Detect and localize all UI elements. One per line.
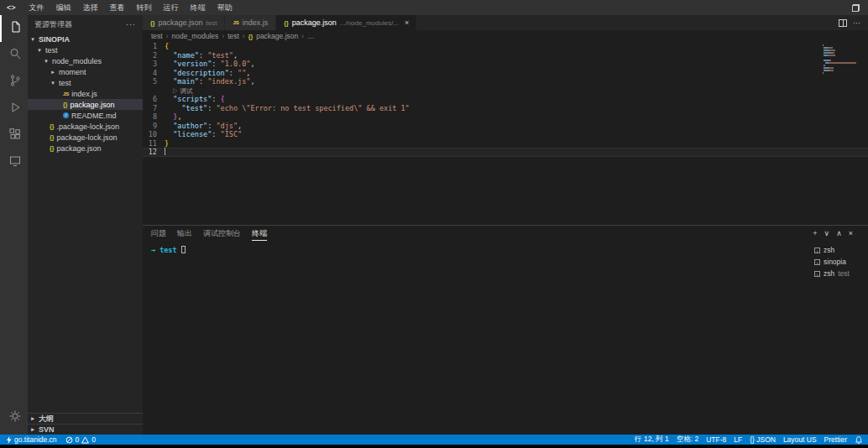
restore-window-icon[interactable]: [852, 4, 860, 12]
problems-status[interactable]: 0 0: [65, 435, 96, 444]
line-number: 9: [143, 122, 165, 131]
menu-item[interactable]: 查看: [105, 0, 130, 15]
code-text: "author": "djs",: [165, 122, 242, 131]
activity-run-debug[interactable]: [0, 96, 28, 122]
breadcrumb-separator-icon: ›: [166, 32, 169, 40]
tree-item[interactable]: iREADME.md: [28, 110, 143, 121]
chevron-down-icon[interactable]: ∨: [824, 229, 830, 237]
editor-more-actions-icon[interactable]: ···: [853, 18, 860, 27]
menu-item[interactable]: 运行: [159, 0, 184, 15]
menu-bar: 文件编辑选择查看转到运行终端帮助: [24, 0, 238, 15]
maximize-panel-icon[interactable]: ∧: [836, 229, 842, 237]
extensions-icon: [8, 128, 22, 144]
status-item[interactable]: Layout US: [783, 435, 817, 444]
close-panel-icon[interactable]: ×: [849, 229, 853, 237]
split-editor-icon[interactable]: [839, 19, 847, 27]
sidebar-section[interactable]: ▸SVN: [28, 424, 143, 435]
status-item[interactable]: 空格: 2: [677, 435, 698, 445]
code-lines: 1{2 "name": "test",3 "version": "1.0.0",…: [143, 42, 868, 157]
code-text: [165, 148, 165, 157]
terminal-cursor: [181, 246, 186, 253]
line-number: 11: [143, 139, 165, 148]
editor-tab[interactable]: {}package.json.../node_modules/...×: [276, 15, 417, 30]
activity-source-control[interactable]: [0, 69, 28, 96]
panel-tab[interactable]: 输出: [177, 227, 192, 241]
chevron-right-icon: ▸: [29, 415, 36, 422]
status-item[interactable]: UTF-8: [706, 435, 726, 444]
tree-item[interactable]: ▾SINOPIA: [28, 34, 143, 44]
menu-item[interactable]: 选择: [78, 0, 103, 15]
panel-tab[interactable]: 调试控制台: [203, 227, 241, 241]
terminal-list-item[interactable]: ›zshtest: [808, 268, 868, 279]
status-item[interactable]: Prettier: [824, 435, 847, 444]
code-text: {: [165, 42, 169, 51]
breadcrumb-item[interactable]: test: [151, 32, 163, 40]
menu-item[interactable]: 转到: [132, 0, 157, 15]
sidebar-title: 资源管理器: [34, 19, 72, 30]
tree-item[interactable]: ▸moment: [28, 66, 143, 77]
minimap[interactable]: [823, 44, 860, 77]
panel-actions: +∨∧×: [813, 229, 860, 237]
status-right-items: 行 12, 列 1空格: 2UTF-8LF{} JSONLayout USPre…: [635, 435, 847, 445]
notifications-bell-icon[interactable]: [855, 436, 862, 444]
terminal-list-label: zsh: [824, 269, 834, 278]
settings-gear-icon[interactable]: [0, 404, 28, 431]
breadcrumb-item[interactable]: test: [227, 32, 239, 40]
panel-tab[interactable]: 终端: [252, 227, 267, 241]
chevron-down-icon: ▾: [29, 36, 36, 43]
terminal-list-label: zsh: [824, 246, 834, 254]
new-terminal-icon[interactable]: +: [813, 229, 817, 237]
tree-item[interactable]: ▾test: [28, 44, 143, 55]
tree-item[interactable]: {}package.json: [28, 143, 143, 154]
menu-item[interactable]: 终端: [186, 0, 211, 15]
breadcrumb-separator-icon: ›: [301, 32, 304, 40]
js-file-icon: JS: [233, 20, 238, 25]
activity-search[interactable]: [0, 42, 28, 69]
tree-item[interactable]: ▾node_modules: [28, 55, 143, 66]
breadcrumb-item[interactable]: node_modules: [172, 32, 219, 40]
breadcrumb: test›node_modules›test›{}package.json›…: [143, 30, 868, 42]
tree-item-label: .package-lock.json: [56, 122, 119, 131]
editor-tab[interactable]: {}package.jsontest: [143, 15, 225, 30]
terminal-list-item[interactable]: ›zsh: [808, 244, 868, 256]
codelens-debug[interactable]: ▷ 调试: [165, 87, 193, 95]
status-item[interactable]: {} JSON: [750, 435, 776, 444]
activity-remote-explorer[interactable]: [0, 149, 28, 176]
tree-item[interactable]: {}package-lock.json: [28, 132, 143, 143]
editor-tab[interactable]: JSindex.js: [225, 15, 276, 30]
status-item[interactable]: 行 12, 列 1: [635, 435, 669, 445]
remote-host-status[interactable]: go.titanide.cn: [6, 435, 57, 444]
tab-label: index.js: [243, 18, 269, 27]
close-icon[interactable]: ×: [405, 18, 409, 27]
activity-extensions[interactable]: [0, 122, 28, 149]
tree-item[interactable]: {}package.json: [28, 99, 143, 110]
code-text: "description": "",: [165, 69, 250, 78]
terminal-list-item[interactable]: ›sinopia: [808, 256, 868, 268]
breadcrumb-item[interactable]: …: [307, 32, 315, 40]
terminal-list-label: sinopia: [824, 258, 846, 266]
code-text: "name": "test",: [165, 51, 238, 60]
line-number: [143, 86, 165, 96]
tree-item[interactable]: JSindex.js: [28, 88, 143, 99]
sidebar-section[interactable]: ▸大纲: [28, 413, 143, 424]
code-area[interactable]: 1{2 "name": "test",3 "version": "1.0.0",…: [143, 42, 868, 225]
breadcrumb-item[interactable]: package.json: [256, 32, 298, 40]
warning-count: 0: [92, 435, 96, 444]
terminal-content[interactable]: →test: [143, 241, 868, 254]
activity-explorer[interactable]: [0, 15, 28, 42]
tree-item[interactable]: ▾test: [28, 77, 143, 88]
chevron-down-icon: ▾: [36, 47, 43, 54]
tree-item[interactable]: {}.package-lock.json: [28, 121, 143, 132]
tree-item-label: node_modules: [52, 57, 102, 65]
explorer-more-actions-icon[interactable]: ···: [126, 20, 136, 29]
status-item[interactable]: LF: [734, 435, 742, 444]
tab-label: package.json: [292, 18, 337, 27]
run-debug-icon: [8, 101, 22, 117]
menu-item[interactable]: 帮助: [212, 0, 238, 15]
panel-tab[interactable]: 问题: [151, 227, 166, 241]
menu-item[interactable]: 文件: [24, 0, 50, 15]
info-file-icon: i: [63, 112, 69, 118]
explorer-sidebar: 资源管理器 ··· ▾SINOPIA▾test▾node_modules▸mom…: [28, 15, 143, 435]
menu-item[interactable]: 编辑: [51, 0, 76, 15]
panel-tabs: 问题输出调试控制台终端: [151, 227, 267, 241]
